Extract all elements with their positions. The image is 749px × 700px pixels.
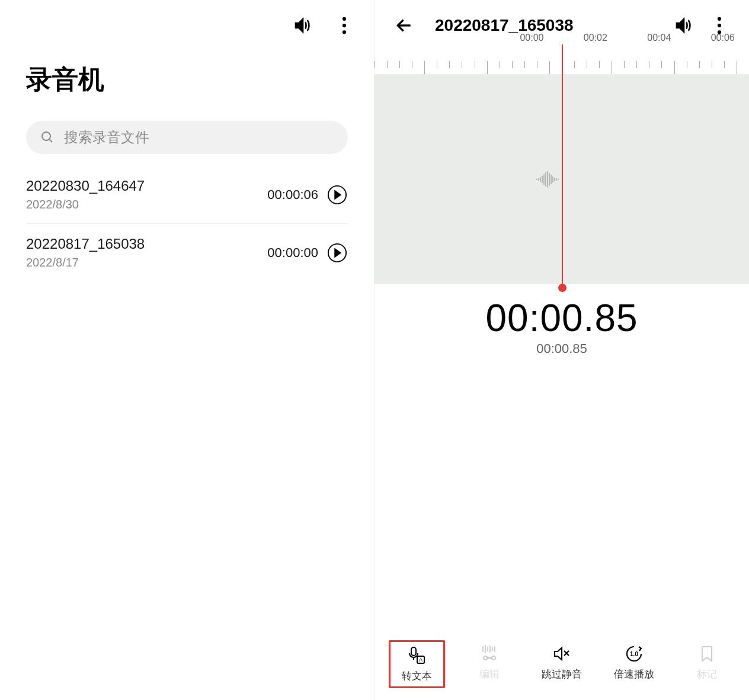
search-icon [40, 130, 55, 145]
playback-header: 20220817_165038 [375, 0, 749, 44]
tool-bookmark[interactable]: 标记 [678, 640, 735, 688]
svg-point-8 [718, 23, 721, 27]
speaker-icon[interactable] [291, 14, 315, 37]
bottom-toolbar: A 转文本 编辑 跳过静音 1.0 倍速播放 [375, 630, 749, 700]
recorder-list-panel: 录音机 搜索录音文件 20220830_164647 2022/8/30 00:… [0, 0, 375, 700]
speed-icon: 1.0 [624, 644, 644, 664]
audio-waveform-icon [536, 170, 565, 189]
tool-transcribe[interactable]: A 转文本 [389, 640, 445, 688]
recording-date: 2022/8/30 [26, 198, 267, 211]
search-placeholder: 搜索录音文件 [64, 128, 149, 147]
svg-text:A: A [419, 657, 422, 663]
more-icon[interactable] [332, 14, 356, 37]
svg-point-1 [343, 23, 346, 27]
tool-label: 标记 [697, 667, 717, 681]
time-display: 00:00.85 00:00.85 [375, 284, 749, 368]
search-input[interactable]: 搜索录音文件 [26, 121, 348, 154]
tool-edit[interactable]: 编辑 [461, 640, 517, 688]
recording-list: 20220830_164647 2022/8/30 00:00:06 20220… [0, 166, 374, 281]
svg-point-7 [718, 17, 721, 20]
recording-item[interactable]: 20220817_165038 2022/8/17 00:00:00 [26, 224, 348, 281]
tool-label: 倍速播放 [614, 667, 654, 681]
recording-name: 20220830_164647 [26, 178, 267, 194]
playhead[interactable] [562, 44, 563, 287]
edit-icon [479, 644, 500, 664]
play-button[interactable] [327, 242, 348, 264]
transcribe-icon: A [406, 646, 427, 666]
play-button[interactable] [327, 184, 348, 205]
recording-duration: 00:00:00 [267, 245, 318, 261]
recording-duration: 00:00:06 [267, 187, 318, 203]
svg-rect-23 [411, 647, 416, 656]
mute-skip-icon [552, 644, 572, 664]
app-title: 录音机 [0, 44, 374, 121]
svg-point-0 [343, 17, 346, 20]
svg-line-4 [49, 139, 52, 142]
playback-title: 20220817_165038 [435, 16, 660, 35]
playback-panel: 20220817_165038 00:00 00:02 00:04 00:06 [375, 0, 749, 700]
recording-name: 20220817_165038 [26, 236, 267, 252]
tool-label: 编辑 [479, 667, 500, 681]
svg-text:1.0: 1.0 [630, 651, 638, 657]
recording-item[interactable]: 20220830_164647 2022/8/30 00:00:06 [26, 166, 348, 224]
time-sub: 00:00.85 [375, 341, 749, 357]
timeline[interactable]: 00:00 00:02 00:04 00:06 [375, 44, 749, 284]
svg-point-2 [343, 30, 346, 34]
recording-date: 2022/8/17 [26, 256, 267, 269]
speaker-icon[interactable] [672, 14, 696, 37]
bookmark-icon [697, 644, 717, 664]
svg-point-3 [42, 132, 50, 140]
list-header [0, 0, 374, 44]
time-main: 00:00.85 [375, 296, 749, 340]
tool-mute-skip[interactable]: 跳过静音 [533, 640, 590, 688]
back-button[interactable] [392, 14, 416, 37]
tool-label: 跳过静音 [542, 667, 582, 681]
tool-label: 转文本 [402, 669, 432, 683]
tool-speed[interactable]: 1.0 倍速播放 [606, 640, 662, 688]
